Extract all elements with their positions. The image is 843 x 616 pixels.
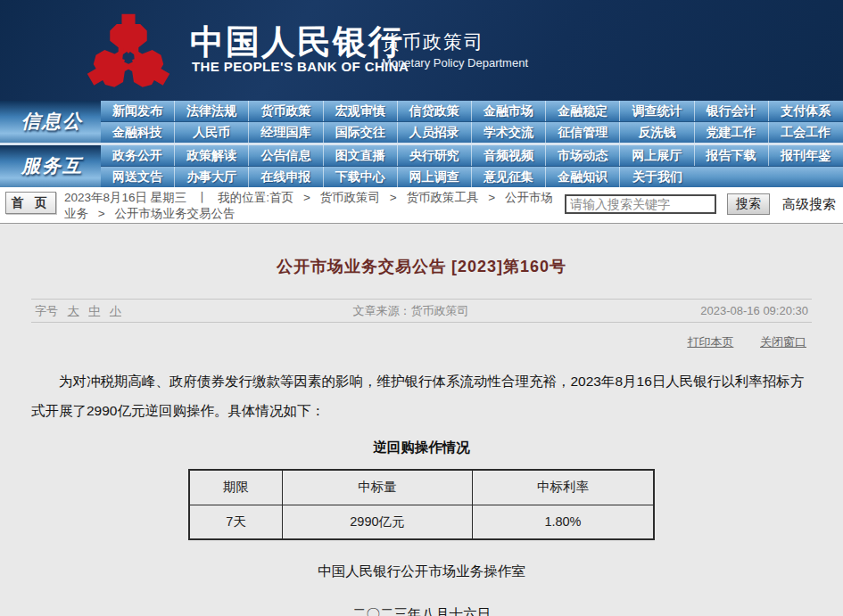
department-name-cn: 货币政策司 <box>382 29 484 54</box>
nav-item[interactable]: 关于我们 <box>620 167 694 187</box>
article-actions: 打印本页 关闭窗口 <box>31 334 812 350</box>
nav-item[interactable]: 支付体系 <box>769 101 843 121</box>
nav-item[interactable]: 征信管理 <box>546 122 620 143</box>
article-area: 公开市场业务交易公告 [2023]第160号 字号 大 中 小 文章来源：货币政… <box>0 224 843 616</box>
col-header-rate: 中标利率 <box>472 470 654 505</box>
col-header-amount: 中标量 <box>282 470 472 505</box>
current-date: 2023年8月16日 星期三 <box>64 191 186 204</box>
nav-section-information: 信息公开 新闻发布 法律法规 货币政策 宏观审慎 信贷政策 金融市场 金融稳定 … <box>0 101 843 143</box>
breadcrumb-link-dept[interactable]: 货币政策司 <box>320 191 381 204</box>
breadcrumb-link-announcements[interactable]: 公开市场业务交易公告 <box>114 207 235 220</box>
signoff-date: 二〇二三年八月十六日 <box>31 605 812 616</box>
nav-row: 新闻发布 法律法规 货币政策 宏观审慎 信贷政策 金融市场 金融稳定 调查统计 … <box>101 101 843 121</box>
nav-item[interactable]: 宏观审慎 <box>324 101 398 121</box>
cell-rate: 1.80% <box>472 505 654 539</box>
bank-name-en: THE PEOPLE'S BANK OF CHINA <box>192 59 409 74</box>
home-button[interactable]: 首 页 <box>5 192 56 214</box>
table-caption: 逆回购操作情况 <box>31 439 812 457</box>
breadcrumb-link-home[interactable]: 首页 <box>269 191 293 204</box>
nav-item[interactable]: 央行研究 <box>398 145 472 166</box>
nav-item[interactable]: 人员招录 <box>398 122 472 143</box>
nav-item[interactable]: 金融科技 <box>101 122 175 143</box>
breadcrumb-link-tools[interactable]: 货币政策工具 <box>406 191 478 204</box>
breadcrumb-divider: 丨 <box>196 191 209 204</box>
cell-term: 7天 <box>189 505 282 539</box>
article-datetime: 2023-08-16 09:20:30 <box>700 304 808 317</box>
breadcrumb-separator: > <box>488 191 495 204</box>
nav-item[interactable]: 法律法规 <box>175 101 249 121</box>
nav-item[interactable]: 政策解读 <box>175 145 249 166</box>
search-input[interactable] <box>565 194 716 214</box>
nav-item[interactable]: 反洗钱 <box>620 122 694 143</box>
breadcrumb-bar: 首 页 2023年8月16日 星期三 丨 我的位置:首页 > 货币政策司 > 货… <box>0 187 843 224</box>
location-label: 我的位置: <box>218 191 269 204</box>
cell-amount: 2990亿元 <box>282 505 472 539</box>
nav-item[interactable]: 新闻发布 <box>101 101 175 121</box>
article-source: 文章来源：货币政策司 <box>353 303 469 319</box>
article-body: 为对冲税期高峰、政府债券发行缴款等因素的影响，维护银行体系流动性合理充裕，202… <box>31 366 812 425</box>
font-size-label: 字号 <box>35 304 58 317</box>
nav-item[interactable]: 金融稳定 <box>546 101 620 121</box>
source-value: 货币政策司 <box>411 304 469 317</box>
signoff-organization: 中国人民银行公开市场业务操作室 <box>31 563 812 581</box>
nav-item[interactable]: 报刊年鉴 <box>769 145 843 166</box>
nav-item[interactable]: 市场动态 <box>546 145 620 166</box>
nav-item[interactable]: 公告信息 <box>249 145 323 166</box>
site-header: 中国人民银行 THE PEOPLE'S BANK OF CHINA 货币政策司 … <box>0 0 843 101</box>
nav-item[interactable]: 报告下载 <box>695 145 769 166</box>
nav-item[interactable]: 金融市场 <box>472 101 546 121</box>
search-area: 搜索 高级搜索 <box>565 193 836 215</box>
nav-item[interactable]: 网上展厅 <box>620 145 694 166</box>
table-header-row: 期限 中标量 中标利率 <box>189 470 654 505</box>
breadcrumb-separator: > <box>98 207 105 220</box>
main-nav: 信息公开 新闻发布 法律法规 货币政策 宏观审慎 信贷政策 金融市场 金融稳定 … <box>0 101 843 187</box>
nav-item[interactable]: 货币政策 <box>249 101 323 121</box>
nav-row: 金融科技 人民币 经理国库 国际交往 人员招录 学术交流 征信管理 反洗钱 党建… <box>101 121 843 143</box>
nav-item[interactable]: 政务公开 <box>101 145 175 166</box>
nav-item[interactable]: 办事大厅 <box>175 167 249 187</box>
department-name-en: Monetary Policy Department <box>382 56 528 70</box>
font-size-medium[interactable]: 中 <box>88 304 100 317</box>
nav-item[interactable]: 工会工作 <box>769 122 843 143</box>
nav-item[interactable]: 网上调查 <box>398 167 472 187</box>
nav-item[interactable]: 国际交往 <box>324 122 398 143</box>
search-button[interactable]: 搜索 <box>727 193 770 215</box>
nav-item[interactable]: 学术交流 <box>472 122 546 143</box>
nav-item[interactable]: 下载中心 <box>324 167 398 187</box>
article-title: 公开市场业务交易公告 [2023]第160号 <box>31 256 812 277</box>
nav-item[interactable]: 图文直播 <box>324 145 398 166</box>
font-size-controls: 字号 大 中 小 <box>35 303 121 319</box>
pboc-logo-icon <box>77 9 180 96</box>
nav-item[interactable]: 金融知识 <box>546 167 620 187</box>
nav-item[interactable]: 人民币 <box>175 122 249 143</box>
breadcrumb-separator: > <box>303 191 310 204</box>
table-row: 7天 2990亿元 1.80% <box>189 505 654 539</box>
breadcrumb-separator: > <box>390 191 397 204</box>
nav-item[interactable]: 信贷政策 <box>398 101 472 121</box>
nav-item[interactable]: 银行会计 <box>695 101 769 121</box>
nav-section-label-info[interactable]: 信息公开 <box>0 101 101 143</box>
source-label: 文章来源： <box>353 304 411 317</box>
nav-item[interactable]: 党建工作 <box>695 122 769 143</box>
advanced-search-link[interactable]: 高级搜索 <box>782 196 836 213</box>
nav-item[interactable]: 调查统计 <box>620 101 694 121</box>
font-size-large[interactable]: 大 <box>68 304 79 317</box>
close-window-link[interactable]: 关闭窗口 <box>760 335 806 349</box>
col-header-term: 期限 <box>189 470 282 505</box>
breadcrumb: 2023年8月16日 星期三 丨 我的位置:首页 > 货币政策司 > 货币政策工… <box>64 190 557 222</box>
nav-row: 政务公开 政策解读 公告信息 图文直播 央行研究 音频视频 市场动态 网上展厅 … <box>101 145 843 166</box>
nav-item[interactable]: 意见征集 <box>472 167 546 187</box>
article-meta: 字号 大 中 小 文章来源：货币政策司 2023-08-16 09:20:30 <box>31 299 812 323</box>
nav-row: 网送文告 办事大厅 在线申报 下载中心 网上调查 意见征集 金融知识 关于我们 <box>101 166 843 187</box>
nav-item[interactable]: 音频视频 <box>472 145 546 166</box>
nav-item[interactable]: 在线申报 <box>249 167 323 187</box>
nav-item[interactable]: 经理国库 <box>249 122 323 143</box>
print-page-link[interactable]: 打印本页 <box>687 335 733 349</box>
nav-item[interactable]: 网送文告 <box>101 167 175 187</box>
nav-section-services: 服务互动 政务公开 政策解读 公告信息 图文直播 央行研究 音频视频 市场动态 … <box>0 145 843 187</box>
font-size-small[interactable]: 小 <box>110 304 121 317</box>
nav-section-label-services[interactable]: 服务互动 <box>0 145 101 187</box>
repo-operation-table: 期限 中标量 中标利率 7天 2990亿元 1.80% <box>188 469 655 540</box>
